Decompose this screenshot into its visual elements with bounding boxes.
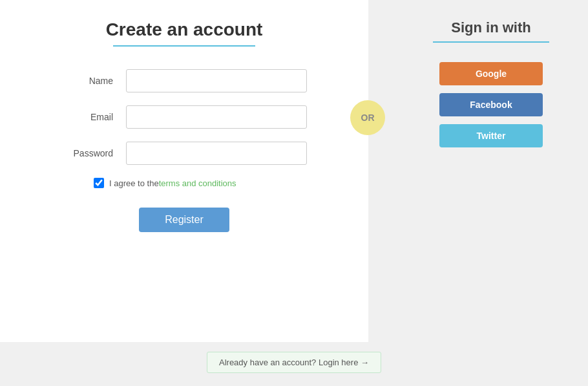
sign-in-underline [433, 41, 549, 43]
register-button[interactable]: Register [139, 208, 229, 232]
google-button[interactable]: Google [439, 62, 543, 85]
terms-checkbox[interactable] [94, 178, 104, 188]
name-input[interactable] [126, 69, 307, 92]
twitter-button[interactable]: Twitter [439, 124, 543, 147]
registration-panel: Create an account Name Email Password I … [0, 0, 368, 342]
password-row: Password [61, 142, 307, 165]
terms-row: I agree to the terms and conditions [94, 178, 339, 188]
email-label: Email [61, 112, 126, 122]
name-label: Name [61, 76, 126, 86]
password-label: Password [61, 148, 126, 158]
terms-link[interactable]: terms and conditions [159, 178, 236, 188]
facebook-button[interactable]: Facebook [439, 93, 543, 116]
or-badge: OR [350, 100, 385, 135]
social-panel: OR Sign in with Google Facebook Twitter [368, 0, 588, 342]
registration-form: Name Email Password I agree to the terms… [39, 69, 330, 232]
terms-text: I agree to the [109, 178, 159, 188]
title-underline [113, 45, 255, 47]
password-input[interactable] [126, 142, 307, 165]
bottom-bar: Already have an account? Login here → [0, 342, 588, 386]
email-input[interactable] [126, 105, 307, 129]
email-row: Email [61, 105, 307, 129]
name-row: Name [61, 69, 307, 92]
login-link[interactable]: Already have an account? Login here → [207, 352, 381, 373]
sign-in-title: Sign in with [451, 19, 530, 36]
page-title: Create an account [106, 19, 263, 40]
